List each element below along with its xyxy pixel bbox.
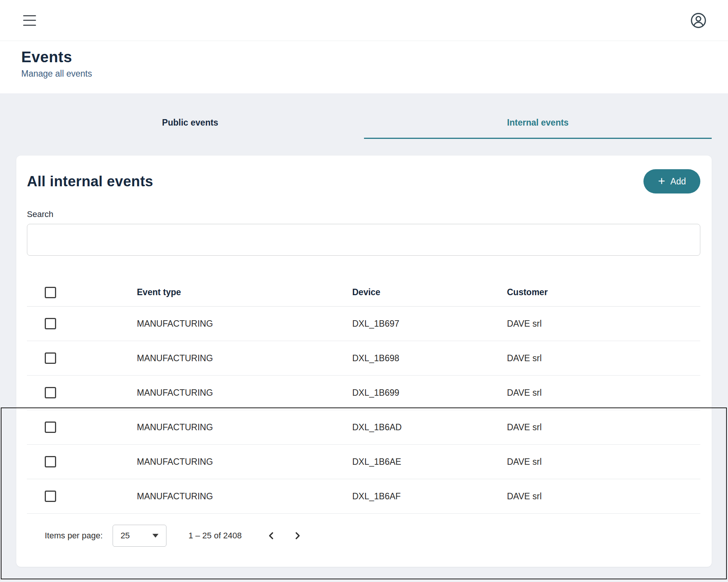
cell-device: DXL_1B6AE bbox=[352, 457, 507, 467]
events-table: Event type Device Customer MANUFACTURING… bbox=[27, 278, 700, 514]
tab-internal-events[interactable]: Internal events bbox=[364, 93, 712, 139]
cell-event-type: MANUFACTURING bbox=[137, 457, 352, 467]
cell-customer: DAVE srl bbox=[507, 353, 700, 363]
cell-device: DXL_1B6AD bbox=[352, 422, 507, 433]
chevron-left-icon bbox=[265, 530, 277, 541]
row-checkbox[interactable] bbox=[45, 422, 56, 433]
cell-event-type: MANUFACTURING bbox=[137, 491, 352, 502]
table-header-row: Event type Device Customer bbox=[27, 278, 700, 307]
page-size-value: 25 bbox=[121, 531, 130, 541]
menu-button[interactable] bbox=[23, 15, 37, 26]
next-page-button[interactable] bbox=[292, 530, 303, 541]
cell-customer: DAVE srl bbox=[507, 457, 700, 467]
tab-label: Internal events bbox=[507, 118, 568, 128]
internal-events-card: All internal events + Add Search Event t… bbox=[16, 156, 712, 567]
account-button[interactable] bbox=[690, 12, 707, 29]
add-button[interactable]: + Add bbox=[643, 169, 700, 193]
card-title: All internal events bbox=[27, 173, 153, 190]
cell-device: DXL_1B699 bbox=[352, 388, 507, 398]
row-checkbox[interactable] bbox=[45, 352, 56, 364]
cell-event-type: MANUFACTURING bbox=[137, 422, 352, 433]
add-button-label: Add bbox=[670, 176, 686, 187]
table-row: MANUFACTURING DXL_1B697 DAVE srl bbox=[27, 307, 700, 341]
cell-device: DXL_1B698 bbox=[352, 353, 507, 363]
row-checkbox[interactable] bbox=[45, 456, 56, 467]
top-bar bbox=[0, 0, 728, 41]
cell-customer: DAVE srl bbox=[507, 388, 700, 398]
cell-customer: DAVE srl bbox=[507, 491, 700, 502]
tab-bar: Public events Internal events bbox=[16, 93, 712, 139]
table-row: MANUFACTURING DXL_1B699 DAVE srl bbox=[27, 376, 700, 410]
table-row: MANUFACTURING DXL_1B6AD DAVE srl bbox=[27, 410, 700, 445]
column-header-event-type: Event type bbox=[137, 287, 352, 297]
search-label: Search bbox=[27, 209, 700, 219]
row-checkbox[interactable] bbox=[45, 491, 56, 502]
cell-device: DXL_1B6AF bbox=[352, 491, 507, 502]
table-row: MANUFACTURING DXL_1B6AE DAVE srl bbox=[27, 445, 700, 479]
column-header-device: Device bbox=[352, 287, 507, 297]
cell-event-type: MANUFACTURING bbox=[137, 388, 352, 398]
column-header-customer: Customer bbox=[507, 287, 700, 297]
user-circle-icon bbox=[690, 12, 707, 29]
page-subtitle: Manage all events bbox=[21, 69, 707, 79]
items-per-page-label: Items per page: bbox=[45, 531, 103, 541]
row-checkbox[interactable] bbox=[45, 318, 56, 329]
cell-customer: DAVE srl bbox=[507, 422, 700, 433]
page-header: Events Manage all events bbox=[0, 41, 728, 93]
tab-label: Public events bbox=[162, 118, 218, 128]
paginator: Items per page: 25 1 – 25 of 2408 bbox=[27, 524, 700, 567]
page-title: Events bbox=[21, 49, 707, 66]
cell-customer: DAVE srl bbox=[507, 319, 700, 329]
search-input[interactable] bbox=[27, 224, 700, 256]
plus-icon: + bbox=[658, 175, 665, 187]
select-all-checkbox[interactable] bbox=[45, 287, 56, 298]
row-checkbox[interactable] bbox=[45, 387, 56, 398]
table-row: MANUFACTURING DXL_1B6AF DAVE srl bbox=[27, 479, 700, 514]
page-range-label: 1 – 25 of 2408 bbox=[188, 531, 242, 541]
table-row: MANUFACTURING DXL_1B698 DAVE srl bbox=[27, 341, 700, 376]
caret-down-icon bbox=[152, 534, 158, 538]
tab-public-events[interactable]: Public events bbox=[16, 93, 364, 139]
cell-event-type: MANUFACTURING bbox=[137, 353, 352, 363]
card-header: All internal events + Add bbox=[27, 169, 700, 193]
hamburger-icon bbox=[23, 15, 36, 16]
page-size-select[interactable]: 25 bbox=[113, 525, 166, 547]
previous-page-button[interactable] bbox=[265, 530, 277, 541]
chevron-right-icon bbox=[292, 530, 303, 541]
cell-event-type: MANUFACTURING bbox=[137, 319, 352, 329]
cell-device: DXL_1B697 bbox=[352, 319, 507, 329]
